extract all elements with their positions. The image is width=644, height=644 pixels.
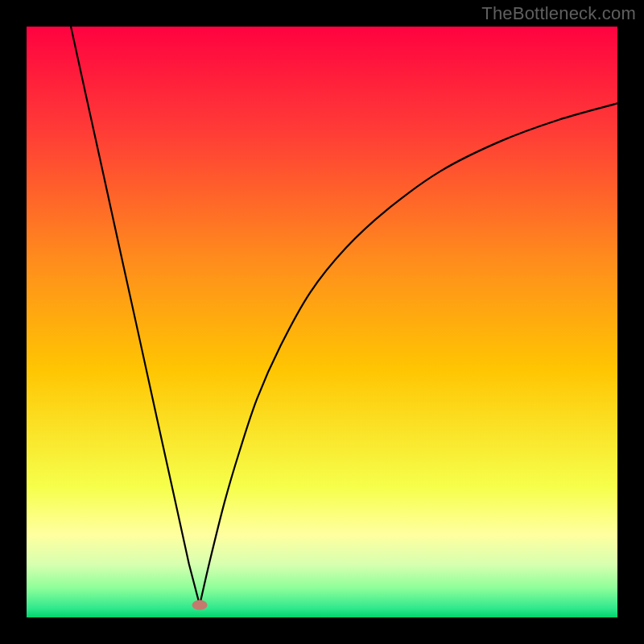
bottleneck-chart [0, 0, 644, 644]
chart-container: TheBottleneck.com [0, 0, 644, 644]
plot-area [27, 27, 617, 617]
watermark-text: TheBottleneck.com [481, 3, 636, 24]
plot-background [27, 27, 617, 617]
minimum-marker [192, 600, 208, 609]
